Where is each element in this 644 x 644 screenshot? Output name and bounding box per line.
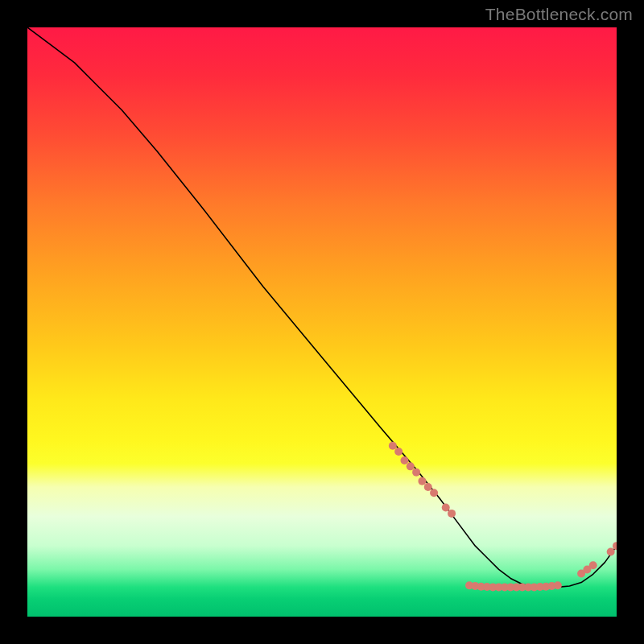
- svg-point-0: [389, 442, 397, 450]
- svg-point-3: [407, 462, 415, 470]
- marker-dots: [389, 442, 617, 592]
- chart-frame: TheBottleneck.com: [0, 0, 644, 644]
- svg-point-1: [394, 448, 402, 456]
- svg-point-9: [448, 510, 456, 518]
- svg-point-4: [412, 469, 420, 477]
- svg-point-25: [554, 581, 562, 589]
- chart-svg: [27, 27, 617, 617]
- svg-point-29: [607, 547, 615, 555]
- svg-point-8: [442, 504, 450, 512]
- svg-point-28: [589, 561, 597, 569]
- svg-point-2: [400, 456, 408, 464]
- curve-path: [27, 27, 617, 587]
- svg-point-5: [418, 477, 426, 485]
- svg-point-7: [430, 489, 438, 497]
- svg-point-6: [424, 483, 432, 491]
- watermark-text: TheBottleneck.com: [485, 5, 633, 24]
- plot-area: [27, 27, 617, 617]
